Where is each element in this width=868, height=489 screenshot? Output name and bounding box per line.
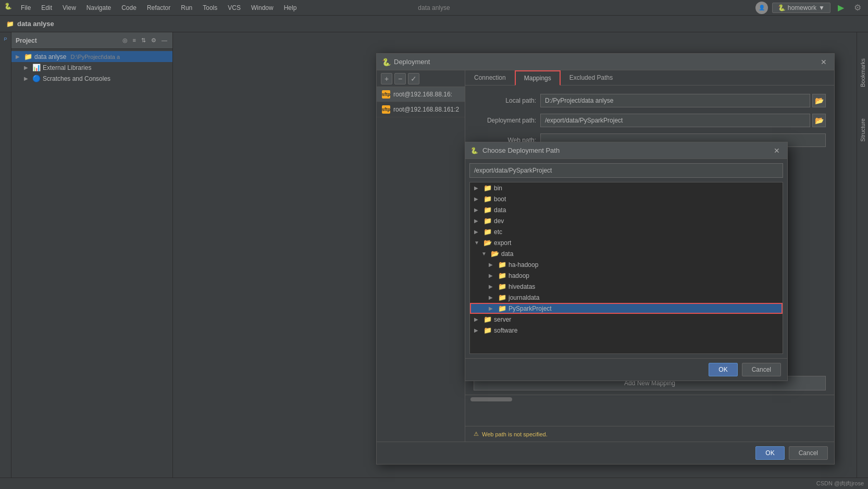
tree-node-export[interactable]: ▼ 📂 export [470, 237, 783, 248]
tree-node-server[interactable]: ▶ 📁 server [470, 314, 783, 325]
tree-node-dev[interactable]: ▶ 📁 dev [470, 215, 783, 226]
tree-node-export-data[interactable]: ▼ 📂 data [470, 248, 783, 259]
tree-node-hadoop[interactable]: ▶ 📁 hadoop [470, 270, 783, 281]
app-logo: 🐍 [4, 3, 15, 13]
server-label-1: root@192.168.88.161:2 [393, 106, 459, 113]
expand-icon: ▶ [489, 262, 496, 267]
choose-path-title: Choose Deployment Path [482, 146, 767, 154]
server-sftp-icon: sftp [382, 90, 390, 99]
locate-icon[interactable]: ◎ [121, 36, 129, 45]
tree-node-etc[interactable]: ▶ 📁 etc [470, 226, 783, 237]
deployment-ok-button[interactable]: OK [755, 446, 784, 460]
choose-path-input[interactable] [469, 163, 783, 178]
menu-code[interactable]: Code [119, 3, 139, 13]
expand-icon: ▶ [489, 273, 496, 278]
gear-icon[interactable]: ⚙ [150, 36, 157, 45]
deployment-cancel-button[interactable]: Cancel [789, 446, 828, 460]
tree-node-boot[interactable]: ▶ 📁 boot [470, 193, 783, 204]
menu-window[interactable]: Window [249, 3, 276, 13]
status-bar: CSDN @肉肉jrose [0, 478, 868, 489]
tab-connection[interactable]: Connection [465, 70, 515, 85]
tree-item-external-libraries[interactable]: ▶ 📊 External Libraries [11, 62, 172, 73]
scratch-icon: 🔵 [32, 75, 41, 82]
menu-view[interactable]: View [60, 3, 78, 13]
main-content: 🐍 Deployment ✕ + − ✓ sftp root@192.168.8 [173, 32, 857, 489]
tree-item-data-anlyse[interactable]: ▶ 📁 data anlyse D:\PyProject\data a [11, 51, 172, 62]
tree-node-data[interactable]: ▶ 📁 data [470, 204, 783, 215]
folder-icon: 📁 [483, 184, 492, 192]
mapping-scroll-area[interactable] [465, 395, 834, 426]
run-button[interactable]: ▶ [835, 2, 847, 14]
tree-node-pyspark-project[interactable]: ▶ 📁 PySparkProject [470, 303, 783, 314]
menu-file[interactable]: File [19, 3, 33, 13]
server-item-0[interactable]: sftp root@192.168.88.16: [377, 87, 465, 102]
folder-icon: 📁 [483, 206, 492, 214]
structure-label[interactable]: Structure [860, 118, 866, 142]
menu-bar: File Edit View Navigate Code Refactor Ru… [19, 3, 755, 13]
right-sidebar: Bookmarks Structure [857, 32, 868, 489]
menu-edit[interactable]: Edit [39, 3, 54, 13]
menu-run[interactable]: Run [179, 3, 194, 13]
check-server-button[interactable]: ✓ [408, 73, 419, 84]
add-server-button[interactable]: + [381, 73, 392, 84]
expand-icon: ▶ [489, 284, 496, 289]
tab-excluded-paths[interactable]: Excluded Paths [561, 70, 622, 85]
folder-icon: 📁 [498, 272, 506, 279]
node-label-server: server [494, 316, 511, 323]
tree-item-scratches[interactable]: ▶ 🔵 Scratches and Consoles [11, 73, 172, 84]
title-bar-right: 👤 🐍 homework ▼ ▶ ⚙ [755, 2, 864, 14]
tree-content: ▶ 📁 data anlyse D:\PyProject\data a ▶ 📊 … [11, 49, 172, 86]
folder-icon: 📁 [498, 304, 506, 312]
choose-path-ok-button[interactable]: OK [709, 363, 737, 376]
tree-label-data-anlyse: data anlyse [34, 53, 66, 60]
expand-icon: ▶ [474, 207, 481, 213]
deployment-dialog-title-bar: 🐍 Deployment ✕ [377, 54, 834, 70]
collapse-icon: ▼ [474, 240, 481, 246]
choose-deployment-path-dialog: 🐍 Choose Deployment Path ✕ ▶ 📁 bin ▶ 📁 b… [465, 142, 788, 381]
bookmarks-label[interactable]: Bookmarks [860, 58, 866, 87]
choose-path-close-button[interactable]: ✕ [772, 145, 782, 156]
deployment-close-button[interactable]: ✕ [819, 57, 829, 67]
local-path-browse-button[interactable]: 📂 [812, 94, 826, 107]
collapse-all-icon[interactable]: ≡ [132, 36, 137, 45]
deployment-logo-icon: 🐍 [382, 58, 391, 66]
profile-button[interactable]: 👤 [755, 2, 768, 14]
tree-node-hivedatas[interactable]: ▶ 📁 hivedatas [470, 281, 783, 292]
server-item-1[interactable]: sftp root@192.168.88.161:2 [377, 102, 465, 117]
project-panel: Project ◎ ≡ ⇅ ⚙ — ▶ 📁 data anlyse D:\PyP… [11, 32, 173, 489]
menu-navigate[interactable]: Navigate [84, 3, 113, 13]
tab-mappings[interactable]: Mappings [515, 70, 561, 85]
server-label-0: root@192.168.88.16: [393, 91, 452, 98]
folder-icon: 📁 [483, 217, 492, 225]
choose-path-cancel-button[interactable]: Cancel [742, 363, 781, 376]
tree-node-journaldata[interactable]: ▶ 📁 journaldata [470, 292, 783, 303]
sort-icon[interactable]: ⇅ [140, 36, 147, 45]
node-label-hivedatas: hivedatas [509, 283, 535, 290]
tree-node-software[interactable]: ▶ 📁 software [470, 325, 783, 336]
menu-help[interactable]: Help [282, 3, 299, 13]
remove-server-button[interactable]: − [394, 73, 406, 84]
choose-path-footer: OK Cancel [465, 358, 787, 381]
node-label-hadoop: hadoop [509, 272, 529, 279]
tree-node-ha-hadoop[interactable]: ▶ 📁 ha-hadoop [470, 259, 783, 270]
node-label-pyspark-project: PySparkProject [509, 305, 552, 312]
tree-node-bin[interactable]: ▶ 📁 bin [470, 182, 783, 193]
menu-refactor[interactable]: Refactor [145, 3, 172, 13]
project-icon[interactable]: P [1, 34, 10, 44]
deployment-path-browse-button[interactable]: 📂 [812, 114, 826, 127]
tree-label-path: D:\PyProject\data a [70, 54, 120, 60]
run-config-label: homework [788, 4, 816, 11]
folder-icon: 📁 [483, 315, 492, 323]
deployment-path-input[interactable] [540, 114, 810, 127]
run-config-button[interactable]: 🐍 homework ▼ [772, 3, 830, 13]
server-section: + − ✓ sftp root@192.168.88.16: sftp root… [377, 70, 465, 442]
collapse-icon: ▼ [481, 251, 489, 256]
menu-tools[interactable]: Tools [201, 3, 219, 13]
menu-vcs[interactable]: VCS [226, 3, 243, 13]
close-panel-icon[interactable]: — [160, 36, 168, 45]
settings-button[interactable]: ⚙ [851, 2, 864, 14]
local-path-input[interactable] [540, 94, 810, 107]
expand-arrow-icon: ▶ [16, 54, 22, 59]
app-title-bar: 📁 data anlyse [0, 16, 868, 32]
window-title: data anlyse [418, 4, 450, 11]
